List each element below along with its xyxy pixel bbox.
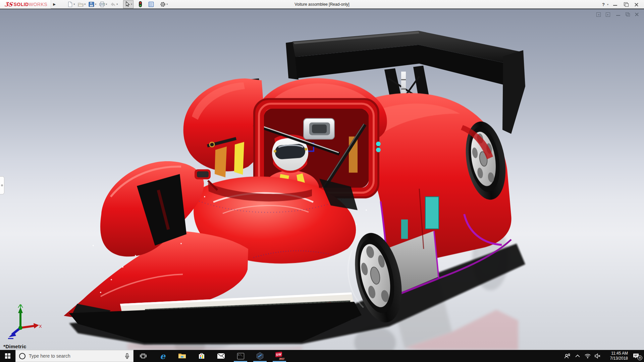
dropdown-caret[interactable]: ▾ xyxy=(166,3,168,6)
restore-button[interactable] xyxy=(621,1,631,8)
command-prompt-icon: C:\_ xyxy=(237,353,244,359)
air-intake-box xyxy=(304,118,334,139)
rebuild-button[interactable] xyxy=(138,0,143,8)
save-floppy-icon xyxy=(88,1,95,7)
taskbar-icon-mail[interactable] xyxy=(211,350,231,362)
start-button[interactable] xyxy=(0,350,15,362)
new-document-button[interactable]: ▾ xyxy=(66,0,76,8)
dropdown-caret[interactable]: ▾ xyxy=(116,3,118,6)
solidworks-logo: ƷS SOLIDWORKS xyxy=(0,0,51,9)
expand-panel-button[interactable]: ▸ xyxy=(606,12,612,17)
taskbar-search-box[interactable] xyxy=(15,350,133,362)
file-properties-button[interactable] xyxy=(147,0,155,8)
wifi-icon xyxy=(585,354,591,358)
feature-manager-collapsed-tab[interactable] xyxy=(0,176,4,194)
orientation-triad: Y X xyxy=(5,304,42,341)
properties-list-icon xyxy=(148,1,154,7)
taskbar-icon-store[interactable] xyxy=(192,350,211,362)
volume-button[interactable] xyxy=(593,350,602,362)
dropdown-caret[interactable]: ▾ xyxy=(73,3,75,6)
dropdown-caret[interactable]: ▾ xyxy=(95,3,96,6)
help-dropdown-caret[interactable]: ▾ xyxy=(607,3,608,6)
menu-expand-arrow[interactable]: ▶ xyxy=(52,1,57,8)
window-controls: ? ▾ xyxy=(601,0,641,9)
dassault-logo-icon: ƷS xyxy=(4,1,13,8)
traffic-light-icon xyxy=(138,1,143,7)
chevron-up-icon xyxy=(575,355,580,357)
store-icon xyxy=(198,352,205,360)
open-folder-icon xyxy=(77,1,84,7)
microphone-icon[interactable] xyxy=(124,353,130,359)
3d-viewport-scene[interactable] xyxy=(0,9,644,350)
view-orientation-label: *Dimetric xyxy=(3,344,26,349)
file-explorer-icon xyxy=(178,353,186,359)
action-center-button[interactable]: 4 xyxy=(630,350,642,362)
clock-button[interactable]: 11:45 AM 7/13/2018 xyxy=(603,350,629,362)
solidworks-app-icon: SW 2017 xyxy=(275,352,284,360)
taskbar-icon-command-prompt[interactable]: C:\_ xyxy=(231,350,250,362)
cortana-icon xyxy=(19,353,25,359)
titlebar: ƷS SOLIDWORKS ▶ ▾ ▾ ▾ ▾ ▾ ▾ xyxy=(0,0,644,9)
options-button[interactable]: ▾ xyxy=(159,0,169,8)
graphics-area[interactable]: ◂ ▸ Y X *Dimetric xyxy=(0,9,644,350)
axis-y-label: Y xyxy=(19,304,22,309)
edge-icon: e xyxy=(160,352,165,360)
taskbar-icon-edge[interactable]: e xyxy=(153,350,172,362)
tray-time: 11:45 AM xyxy=(611,351,628,356)
gear-icon xyxy=(160,1,166,7)
dropdown-caret[interactable]: ▾ xyxy=(131,3,132,6)
notification-badge: 4 xyxy=(637,355,642,360)
document-window-controls: ◂ ▸ xyxy=(596,12,640,17)
close-button[interactable] xyxy=(632,1,641,8)
people-button[interactable] xyxy=(563,350,572,362)
windows-taskbar: e C:\_ SW 2017 11 xyxy=(0,350,644,362)
system-tray: 11:45 AM 7/13/2018 4 xyxy=(563,350,644,362)
brand-name-light: WORKS xyxy=(29,2,47,7)
dropdown-caret[interactable]: ▾ xyxy=(106,3,107,6)
panel-left-icon: ◂ xyxy=(596,12,601,17)
new-document-icon xyxy=(67,1,73,7)
print-button[interactable]: ▾ xyxy=(98,0,108,8)
network-button[interactable] xyxy=(583,350,592,362)
volume-muted-icon xyxy=(595,353,601,359)
doc-restore-button[interactable] xyxy=(625,12,631,17)
axis-x-label: X xyxy=(39,324,42,329)
mail-icon xyxy=(217,353,225,359)
taskbar-icon-file-explorer[interactable] xyxy=(172,350,192,362)
undo-button[interactable]: ▾ xyxy=(109,0,119,8)
tray-overflow-button[interactable] xyxy=(573,350,582,362)
taskbar-icon-solidworks[interactable]: SW 2017 xyxy=(270,350,289,362)
open-button[interactable]: ▾ xyxy=(77,0,87,8)
search-input[interactable] xyxy=(29,353,121,359)
save-button[interactable]: ▾ xyxy=(88,0,98,8)
tray-date: 7/13/2018 xyxy=(610,356,628,361)
task-view-button[interactable] xyxy=(133,350,153,362)
doc-close-button[interactable] xyxy=(634,12,640,17)
taskbar-icon-hexagon-app[interactable] xyxy=(250,350,270,362)
people-icon xyxy=(564,353,571,359)
task-view-icon xyxy=(140,353,147,359)
select-tool-button[interactable]: ▾ xyxy=(123,0,133,8)
panel-right-icon: ▸ xyxy=(606,12,610,17)
brand-name-bold: SOLID xyxy=(13,2,29,7)
help-button[interactable]: ? xyxy=(601,2,605,7)
print-icon xyxy=(99,1,105,7)
hexagon-app-icon xyxy=(256,352,264,360)
dropdown-caret[interactable]: ▾ xyxy=(84,3,86,6)
standard-toolbar: ▾ ▾ ▾ ▾ ▾ ▾ xyxy=(66,0,169,8)
select-cursor-icon xyxy=(124,1,130,7)
doc-minimize-button[interactable] xyxy=(615,12,621,17)
windows-logo-icon xyxy=(5,353,10,359)
collapse-panel-button[interactable]: ◂ xyxy=(596,12,602,17)
minimize-button[interactable] xyxy=(610,1,620,8)
undo-icon xyxy=(110,1,116,7)
